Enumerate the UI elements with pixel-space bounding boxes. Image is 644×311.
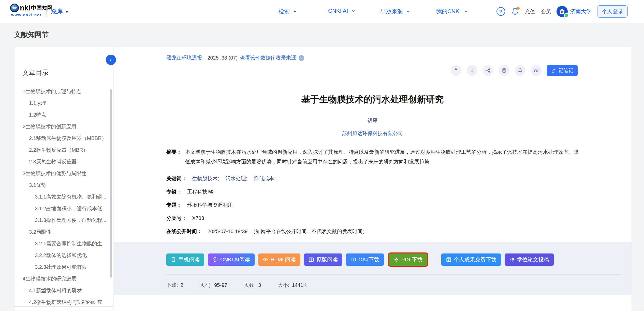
chevron-down-icon [293, 9, 297, 14]
help-icon[interactable]: ? [496, 7, 505, 16]
nav-publish-source[interactable]: 出版来源 [380, 8, 411, 15]
toc-sidebar: 文章目录 1生物膜技术的原理与特点 1.1原理 1.2特点 2生物膜技术的创新应… [14, 47, 113, 311]
topic-value: 环境科学与资源利用 [187, 202, 233, 208]
toc-item[interactable]: 3.1优势 [29, 182, 113, 188]
article-stats-row: 下载:2 页码:95-97 页数:3 大小:1441K [166, 274, 621, 289]
pencil-icon [551, 68, 556, 73]
mobile-read-button[interactable]: 手机阅读 [166, 253, 204, 266]
notification-bell-icon[interactable] [511, 7, 519, 16]
favorite-star-icon[interactable]: ☆ [467, 65, 477, 76]
nav-my-cnki[interactable]: 我的CNKI [436, 8, 469, 15]
sidebar-section-divider [14, 306, 113, 307]
nav-cnki-ai[interactable]: CNKI AI [328, 8, 356, 14]
toc-item[interactable]: 1.2特点 [29, 112, 113, 118]
page-title: 文献知网节 [14, 30, 49, 39]
thesis-submit-button[interactable]: 学位论文投稿 [505, 253, 554, 266]
read-download-buttons: 手机阅读 AI CNKI AI阅读 HTML阅读 原版阅读 CAJ下载 PDF下… [166, 253, 621, 266]
toc-item[interactable]: 4.2微生物群落结构与功能的研究 [29, 300, 113, 305]
article-title: 基于生物膜技术的污水处理创新研究 [166, 93, 579, 105]
chevron-down-icon [406, 9, 411, 14]
cnki-ai-read-button[interactable]: AI CNKI AI阅读 [208, 253, 255, 266]
personal-login-button[interactable]: 个人登录 [597, 5, 628, 18]
toc-scrollbar[interactable] [110, 89, 112, 278]
toc-item[interactable]: 1.1原理 [29, 101, 113, 106]
toc-item[interactable]: 3.2.3处理效果可能有限 [35, 264, 113, 270]
ai-assistant-icon[interactable]: AI [531, 65, 541, 76]
toc-item[interactable]: 2.2膜生物反应器（MBR） [29, 147, 113, 153]
journal-name-link[interactable]: 黑龙江环境通报 . [166, 54, 205, 61]
recharge-link[interactable]: 充值 [525, 8, 535, 15]
paper-plane-icon [509, 257, 515, 262]
nav-my-cnki-label: 我的CNKI [436, 8, 461, 15]
keywords-row: 关键词： 生物膜技术; 污水处理; 降低成本; [166, 175, 579, 182]
original-read-button[interactable]: 原版阅读 [304, 253, 342, 266]
verified-check-icon: ✓ [564, 13, 568, 18]
keyword-link[interactable]: 生物膜技术; [192, 176, 219, 181]
album-label: 专辑： [166, 189, 182, 194]
library-switcher[interactable]: 总库 [51, 8, 69, 15]
toc-item[interactable]: 3.1.1高效去除有机物、氮和磷... [35, 194, 113, 200]
keywords-label: 关键词： [166, 176, 187, 181]
toc-item[interactable]: 3.2.2载体的选择和优化 [35, 253, 113, 258]
html-read-button[interactable]: HTML阅读 [258, 253, 300, 266]
take-note-button[interactable]: 记笔记 [547, 65, 578, 76]
online-time-row: 在线公开时间： 2025-07-10 18:39 （知网平台在线公开时间，不代表… [166, 228, 579, 235]
sidebar-collapse-button[interactable]: ‹ [106, 55, 116, 65]
clc-value: X703 [192, 215, 204, 221]
toc-item[interactable]: 3.2.1需要合理控制生物膜的生... [35, 241, 113, 246]
abstract-text: 本文聚焦于生物膜技术在污水处理领域的创新应用，深入探讨了其原理、特点以及最新的研… [185, 147, 579, 166]
keyword-link[interactable]: 污水处理; [226, 176, 247, 181]
institution-account[interactable]: ✓ 济南大学 [557, 6, 592, 17]
nav-search[interactable]: 检索 [279, 8, 297, 15]
journal-source-row: 黑龙江环境通报 . 2025 ,38 (07) 查看该刊数据库收录来源 ? [166, 47, 579, 61]
toc-item[interactable]: 3生物膜技术的优势与局限性 [23, 171, 113, 176]
pdf-download-button[interactable]: PDF下载 [389, 253, 427, 266]
page-range: 页码:95-97 [200, 282, 227, 289]
toc-item[interactable]: 2.1移动床生物膜反应器（MBBR） [29, 136, 113, 141]
institution-badge-icon: ✓ [557, 6, 568, 17]
phone-icon [171, 257, 176, 262]
personal-free-download-button[interactable]: 个人成果免费下载 [441, 253, 501, 266]
cnki-globe-icon [10, 4, 19, 12]
toc-item[interactable]: 3.1.3操作管理方便，自动化程... [35, 218, 113, 223]
author-link[interactable]: 钱康 [368, 118, 378, 123]
top-header: nki 中国知网 www.cnki.net 总库 检索 CNKI AI 出版来源… [0, 0, 644, 23]
adobe-reader-icon [393, 257, 399, 262]
article-panel: ❝ ☆ AI 记笔记 黑龙江环境通报 . 2025 ,38 (07) 查看该刊数… [114, 47, 632, 311]
print-icon[interactable] [499, 65, 509, 76]
archive-download-icon [446, 257, 451, 262]
toc-item[interactable]: 3.2局限性 [29, 229, 113, 235]
caret-down-icon [65, 11, 69, 13]
toc-item[interactable]: 1生物膜技术的原理与特点 [23, 89, 113, 94]
take-note-label: 记笔记 [558, 67, 574, 74]
nav-cnki-ai-label: CNKI AI [328, 8, 348, 14]
member-link[interactable]: 会员 [541, 8, 551, 15]
share-icon[interactable] [483, 65, 493, 76]
button-group-divider [435, 254, 435, 265]
download-count: 下载:2 [166, 282, 183, 289]
affiliation-link[interactable]: 苏州旭达环保科技有限公司 [342, 131, 403, 136]
journal-issue: 2025 ,38 (07) [207, 55, 238, 61]
file-size: 大小:1441K [278, 282, 306, 289]
code-icon [263, 257, 268, 262]
journal-source-link[interactable]: 查看该刊数据库收录来源 [240, 54, 296, 61]
toc-item[interactable]: 3.1.2占地面积小，运行成本低 [35, 206, 113, 211]
toc-item[interactable]: 2.3厌氧生物膜反应器 [29, 159, 113, 164]
toc-item[interactable]: 4.1新型载体材料的研发 [29, 288, 113, 293]
abstract-row: 摘要： 本文聚焦于生物膜技术在污水处理领域的创新应用，深入探讨了其原理、特点以及… [166, 147, 579, 166]
notification-dot [517, 7, 520, 10]
album-row: 专辑： 工程科技Ⅰ辑 [166, 188, 579, 195]
album-value: 工程科技Ⅰ辑 [187, 189, 214, 194]
follow-bell-icon[interactable] [515, 65, 525, 76]
toc-item[interactable]: 2生物膜技术的创新应用 [23, 124, 113, 129]
keyword-link[interactable]: 降低成本; [254, 176, 276, 181]
nav-search-label: 检索 [279, 8, 290, 15]
logo-latin: nki [20, 4, 30, 12]
cite-quote-icon[interactable]: ❝ [451, 65, 461, 76]
logo-chinese: 中国知网 [31, 4, 52, 11]
toc-item[interactable]: 4生物膜技术的研究进展 [23, 276, 113, 281]
open-book-icon [350, 257, 356, 262]
institution-name: 济南大学 [570, 8, 592, 15]
caj-download-button[interactable]: CAJ下载 [346, 253, 384, 266]
journal-help-icon[interactable]: ? [299, 55, 304, 61]
